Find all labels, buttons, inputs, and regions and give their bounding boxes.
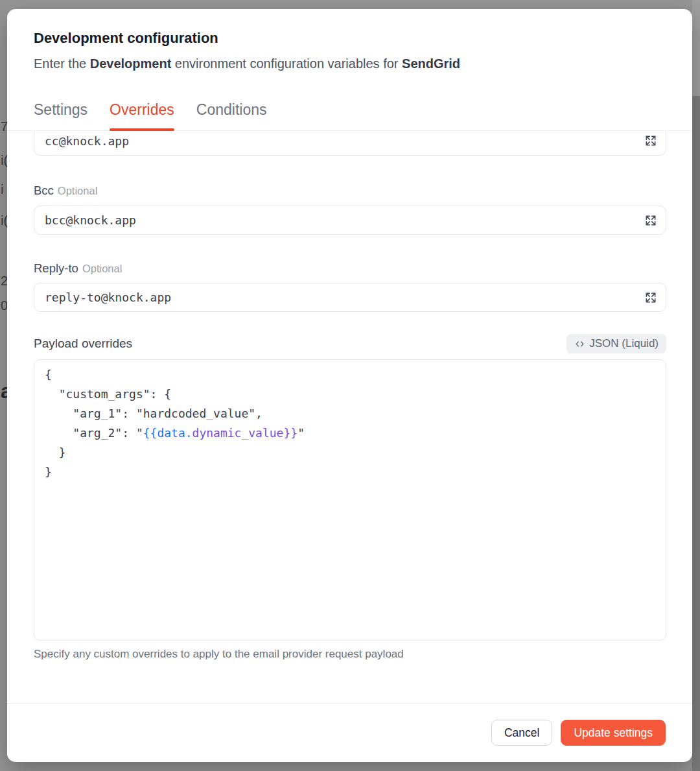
dialog-title: Development configuration (34, 29, 666, 48)
code-icon (574, 338, 585, 350)
expand-icon (644, 219, 657, 229)
reply-to-expand-button[interactable] (643, 290, 659, 305)
background-fragment: 2 (1, 274, 7, 289)
bcc-label: BccOptional (34, 183, 666, 198)
background-fragment: i (1, 182, 3, 197)
tab-conditions[interactable]: Conditions (196, 100, 267, 130)
bcc-expand-button[interactable] (643, 213, 659, 228)
expand-icon (644, 139, 657, 149)
overrides-form: BccOptional Reply-toOptional (7, 131, 692, 703)
liquid-variable: dynamic_value}} (192, 426, 298, 440)
tab-bar: Settings Overrides Conditions (7, 100, 692, 131)
payload-overrides-header: Payload overrides JSON (Liquid) (34, 334, 666, 353)
background-fragment: 0 (1, 298, 7, 313)
payload-overrides-label: Payload overrides (34, 337, 132, 351)
liquid-tag-open: {{data. (143, 426, 192, 440)
reply-to-input[interactable] (34, 283, 666, 312)
reply-to-optional-hint: Optional (82, 263, 122, 274)
cc-field-wrap (34, 131, 666, 156)
environment-name: Development (90, 56, 172, 71)
cc-expand-button[interactable] (643, 133, 659, 148)
provider-name: SendGrid (402, 56, 460, 71)
page-scrollbar-thumb[interactable] (692, 96, 700, 771)
reply-to-field-wrap (34, 283, 666, 312)
development-configuration-dialog: Development configuration Enter the Deve… (7, 9, 692, 762)
cc-input[interactable] (34, 131, 666, 156)
dialog-header: Development configuration Enter the Deve… (7, 9, 692, 73)
tab-settings[interactable]: Settings (34, 100, 88, 130)
update-settings-button[interactable]: Update settings (561, 720, 666, 746)
payload-overrides-editor[interactable]: { "custom_args": { "arg_1": "hardcoded_v… (34, 359, 666, 641)
expand-icon (644, 296, 657, 306)
reply-to-label: Reply-toOptional (34, 261, 666, 276)
background-fragment: a (1, 380, 7, 403)
page-scrollbar-track (692, 0, 700, 96)
background-page-fragments: 7 i( i i( 2 0 a (0, 0, 7, 771)
background-fragment: i( (1, 213, 7, 228)
payload-overrides-helper-text: Specify any custom overrides to apply to… (34, 647, 666, 661)
cancel-button[interactable]: Cancel (491, 720, 552, 746)
dialog-footer: Cancel Update settings (7, 703, 692, 762)
background-fragment: i( (1, 153, 7, 168)
payload-overrides-code[interactable]: { "custom_args": { "arg_1": "hardcoded_v… (34, 360, 666, 487)
bcc-input[interactable] (34, 206, 666, 235)
json-liquid-badge: JSON (Liquid) (566, 334, 666, 353)
json-liquid-badge-label: JSON (Liquid) (589, 337, 659, 350)
dialog-subtitle: Enter the Development environment config… (34, 54, 666, 73)
tab-overrides[interactable]: Overrides (110, 100, 174, 130)
bcc-optional-hint: Optional (58, 185, 97, 196)
bcc-field-wrap (34, 206, 666, 235)
background-fragment: 7 (1, 119, 7, 134)
